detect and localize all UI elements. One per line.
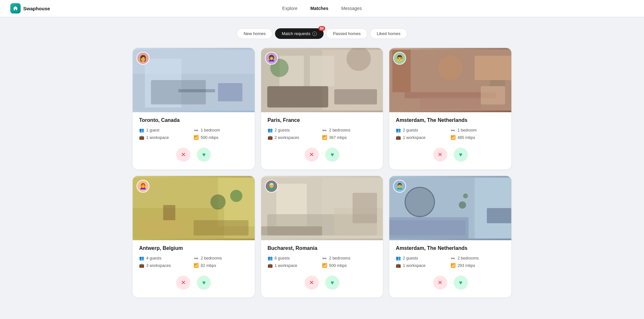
stat-guests: 👥 4 guests [139,256,194,260]
svg-point-18 [438,56,463,80]
svg-rect-27 [139,217,187,235]
stat-workspaces: 💼 1 workspace [268,263,322,268]
card-stats-amsterdam2: 👥 2 guests 🛏 2 bedrooms 💼 1 workspace 📶 … [396,256,505,268]
like-button-toronto[interactable]: ♥ [197,148,211,162]
avatar-toronto: 👩 [137,52,149,65]
card-amsterdam1: 👨 Amsterdam, The Netherlands 👥 2 guests … [389,48,511,169]
info-icon: i [312,32,317,36]
tab-match-requests[interactable]: Match requests i 84 [275,28,324,39]
wifi-icon: 📶 [322,263,327,268]
card-title-toronto: Toronto, Canada [139,117,248,123]
guests-icon: 👥 [268,128,273,132]
card-paris: 👩‍🦱 Paris, France 👥 2 guests 🛏 2 bedroom… [261,48,383,169]
card-stats-antwerp: 👥 4 guests 🛏 2 bedrooms 💼 3 workspaces 📶… [139,256,248,268]
card-bucharest: 👨‍🦳 Bucharest, Romania 👥 6 guests 🛏 2 be… [261,176,383,297]
bed-icon: 🛏 [194,256,199,260]
reject-button-toronto[interactable]: ✕ [176,148,190,162]
nav-explore[interactable]: Explore [282,5,297,12]
card-body-bucharest: Bucharest, Romania 👥 6 guests 🛏 2 bedroo… [261,240,383,297]
guests-icon: 👥 [139,128,144,132]
svg-rect-39 [261,226,322,235]
bed-icon: 🛏 [450,256,456,260]
tab-liked-homes[interactable]: Liked homes [370,28,407,39]
card-image-antwerp: 👩‍🦰 [133,176,255,240]
avatar-bucharest: 👨‍🦳 [265,180,278,193]
nav-messages[interactable]: Messages [341,5,362,12]
card-image-amsterdam1: 👨 [389,48,511,112]
reject-button-paris[interactable]: ✕ [305,148,319,162]
stat-guests: 👥 2 guests [268,128,322,132]
card-image-amsterdam2: 👨‍🦱 [389,176,511,240]
reject-button-amsterdam1[interactable]: ✕ [433,148,447,162]
workspace-icon: 💼 [268,263,273,268]
like-button-amsterdam2[interactable]: ♥ [454,276,468,290]
stat-wifi: 📶 485 mbps [450,135,505,140]
wifi-icon: 📶 [322,135,327,140]
card-antwerp: 👩‍🦰 Antwerp, Belgium 👥 4 guests 🛏 2 bedr… [133,176,255,297]
card-actions-antwerp: ✕ ♥ [139,274,248,292]
card-title-amsterdam1: Amsterdam, The Netherlands [396,117,505,123]
stat-workspaces: 💼 1 workspace [139,135,194,140]
tab-passed-homes[interactable]: Passed homes [326,28,367,39]
svg-rect-11 [334,89,377,104]
bed-icon: 🛏 [450,128,456,132]
stat-wifi: 📶 500 mbps [322,263,376,268]
card-actions-paris: ✕ ♥ [268,146,377,164]
wifi-icon: 📶 [450,263,456,268]
main-content: New homes Match requests i 84 Passed hom… [0,0,644,310]
stat-wifi: 📶 293 mbps [450,263,505,268]
stat-bedrooms: 🛏 2 bedrooms [450,256,505,260]
stat-bedrooms: 🛏 1 bedroom [194,128,248,132]
card-stats-amsterdam1: 👥 2 guests 🛏 1 bedroom 💼 1 workspace 📶 4… [396,128,505,140]
card-title-bucharest: Bucharest, Romania [268,245,377,251]
tab-new-homes[interactable]: New homes [237,28,272,39]
card-stats-toronto: 👥 1 guest 🛏 1 bedroom 💼 1 workspace 📶 50… [139,128,248,140]
tabs-container: New homes Match requests i 84 Passed hom… [0,23,644,39]
reject-button-bucharest[interactable]: ✕ [305,276,319,290]
stat-bedrooms: 🛏 2 bedrooms [194,256,248,260]
card-stats-bucharest: 👥 6 guests 🛏 2 bedrooms 💼 1 workspace 📶 … [268,256,377,268]
like-button-antwerp[interactable]: ♥ [197,276,211,290]
workspace-icon: 💼 [268,135,273,140]
logo-icon [10,3,21,14]
like-button-paris[interactable]: ♥ [325,148,339,162]
match-requests-badge: 84 [318,26,325,31]
reject-button-antwerp[interactable]: ✕ [176,276,190,290]
card-body-amsterdam2: Amsterdam, The Netherlands 👥 2 guests 🛏 … [389,240,511,297]
svg-rect-17 [475,56,511,80]
card-body-amsterdam1: Amsterdam, The Netherlands 👥 2 guests 🛏 … [389,112,511,169]
card-title-antwerp: Antwerp, Belgium [139,245,248,251]
workspace-icon: 💼 [139,135,144,140]
like-button-bucharest[interactable]: ♥ [325,276,339,290]
svg-rect-5 [178,89,215,92]
avatar-antwerp: 👩‍🦰 [137,180,149,193]
cards-grid: 👩 Toronto, Canada 👥 1 guest 🛏 1 bedroom … [122,48,522,297]
svg-point-30 [210,194,225,209]
guests-icon: 👥 [396,256,401,260]
app-name: Swaphouse [23,6,50,11]
wifi-icon: 📶 [194,263,199,268]
card-title-paris: Paris, France [268,117,377,123]
stat-workspaces: 💼 2 workspaces [268,135,322,140]
stat-wifi: 📶 82 mbps [194,263,248,268]
card-body-toronto: Toronto, Canada 👥 1 guest 🛏 1 bedroom 💼 … [133,112,255,169]
card-actions-toronto: ✕ ♥ [139,146,248,164]
main-nav: Explore Matches Messages [282,5,362,12]
reject-button-amsterdam2[interactable]: ✕ [433,276,447,290]
workspace-icon: 💼 [396,263,401,268]
bed-icon: 🛏 [322,256,327,260]
svg-rect-20 [420,97,481,109]
like-button-amsterdam1[interactable]: ♥ [454,148,468,162]
card-body-paris: Paris, France 👥 2 guests 🛏 2 bedrooms 💼 … [261,112,383,169]
card-image-paris: 👩‍🦱 [261,48,383,112]
header: Swaphouse Explore Matches Messages [0,0,644,17]
bed-icon: 🛏 [194,128,199,132]
card-actions-bucharest: ✕ ♥ [268,274,377,292]
svg-point-29 [230,190,242,202]
card-toronto: 👩 Toronto, Canada 👥 1 guest 🛏 1 bedroom … [133,48,255,169]
nav-matches[interactable]: Matches [310,5,328,12]
workspace-icon: 💼 [396,135,401,140]
stat-workspaces: 💼 3 workspaces [139,263,194,268]
svg-rect-28 [194,220,248,235]
stat-bedrooms: 🛏 2 bedrooms [322,256,376,260]
